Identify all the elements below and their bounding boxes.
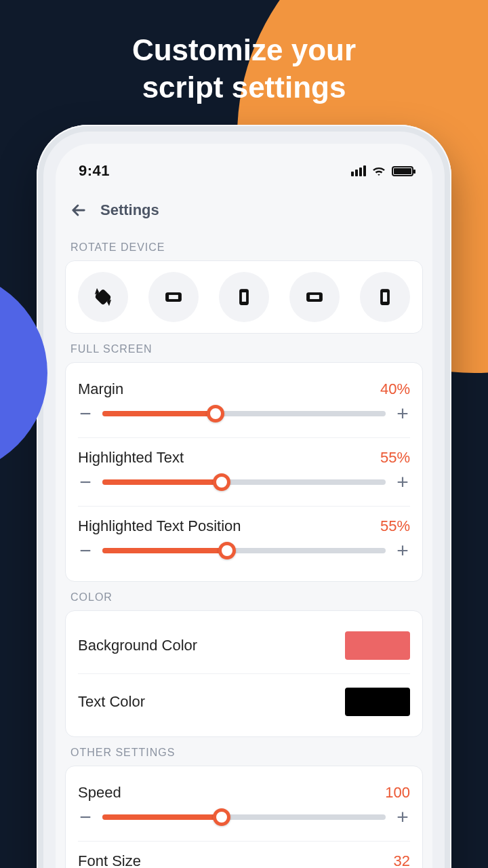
- highlighted-text-label: Highlighted Text: [78, 449, 184, 467]
- battery-icon: [392, 166, 413, 176]
- highlighted-text-slider[interactable]: [102, 479, 386, 485]
- speed-value: 100: [385, 784, 410, 802]
- svg-rect-4: [241, 292, 247, 302]
- section-other-label: OTHER SETTINGS: [65, 737, 423, 766]
- rotate-options: [78, 272, 410, 322]
- background-color-label: Background Color: [78, 637, 197, 654]
- fontsize-slider-block: Font Size 32: [78, 846, 410, 868]
- rotate-auto-button[interactable]: [78, 272, 128, 322]
- svg-rect-8: [382, 292, 388, 302]
- status-bar: 9:41: [56, 144, 432, 186]
- divider: [78, 673, 410, 674]
- highlighted-pos-label: Highlighted Text Position: [78, 517, 241, 535]
- other-card: Speed 100 − + Font Size 32: [65, 766, 423, 868]
- section-color-label: COLOR: [65, 582, 423, 610]
- status-icons: [351, 165, 413, 176]
- speed-label: Speed: [78, 784, 121, 802]
- fullscreen-card: Margin 40% − + Highlighted Text: [65, 362, 423, 582]
- phone-mute-switch: [30, 254, 35, 274]
- hero-line2: script settings: [0, 68, 488, 106]
- cellular-icon: [351, 165, 366, 176]
- rotate-landscape-right-button[interactable]: [289, 272, 340, 322]
- margin-minus-button[interactable]: −: [78, 403, 93, 424]
- text-color-row[interactable]: Text Color: [78, 678, 410, 726]
- highlighted-pos-slider-block: Highlighted Text Position 55% − +: [78, 511, 410, 570]
- speed-minus-button[interactable]: −: [78, 807, 93, 827]
- margin-plus-button[interactable]: +: [395, 403, 410, 424]
- section-fullscreen-label: FULL SCREEN: [65, 334, 423, 362]
- status-time: 9:41: [79, 162, 110, 180]
- rotate-portrait-up-button[interactable]: [360, 272, 410, 322]
- rotate-portrait-button[interactable]: [219, 272, 269, 322]
- color-card: Background Color Text Color: [65, 610, 423, 737]
- background-color-row[interactable]: Background Color: [78, 622, 410, 669]
- screen: 9:41 Settings ROTATE DEVICE: [56, 144, 432, 868]
- phone-frame: 9:41 Settings ROTATE DEVICE: [37, 125, 451, 868]
- fontsize-value: 32: [394, 852, 410, 868]
- content[interactable]: ROTATE DEVICE: [56, 232, 432, 868]
- page-title: Settings: [100, 201, 159, 219]
- margin-slider[interactable]: [102, 411, 386, 416]
- margin-slider-block: Margin 40% − +: [78, 374, 410, 433]
- highlighted-pos-value: 55%: [380, 517, 410, 535]
- highlighted-text-plus-button[interactable]: +: [395, 472, 410, 492]
- highlighted-text-value: 55%: [380, 449, 410, 467]
- speed-slider[interactable]: [102, 814, 386, 820]
- speed-plus-button[interactable]: +: [395, 807, 410, 827]
- fontsize-label: Font Size: [78, 852, 141, 868]
- speed-slider-block: Speed 100 − +: [78, 777, 410, 837]
- hero-title: Customize your script settings: [0, 0, 488, 106]
- rotate-landscape-left-button[interactable]: [148, 272, 199, 322]
- rotate-card: [65, 260, 423, 334]
- highlighted-text-slider-block: Highlighted Text 55% − +: [78, 442, 410, 502]
- text-color-swatch[interactable]: [345, 688, 410, 716]
- divider: [78, 437, 410, 438]
- background-color-swatch[interactable]: [345, 631, 410, 660]
- divider: [78, 841, 410, 842]
- margin-label: Margin: [78, 380, 123, 398]
- section-rotate-label: ROTATE DEVICE: [65, 232, 423, 260]
- header: Settings: [56, 186, 432, 232]
- svg-rect-6: [310, 294, 320, 300]
- highlighted-pos-slider[interactable]: [102, 548, 386, 553]
- svg-rect-2: [169, 294, 179, 300]
- hero-line1: Customize your: [0, 31, 488, 68]
- highlighted-pos-plus-button[interactable]: +: [395, 540, 410, 561]
- divider: [78, 506, 410, 507]
- text-color-label: Text Color: [78, 693, 145, 711]
- highlighted-pos-minus-button[interactable]: −: [78, 540, 93, 561]
- highlighted-text-minus-button[interactable]: −: [78, 472, 93, 492]
- margin-value: 40%: [380, 380, 410, 398]
- wifi-icon: [371, 165, 386, 176]
- back-button[interactable]: [69, 201, 88, 220]
